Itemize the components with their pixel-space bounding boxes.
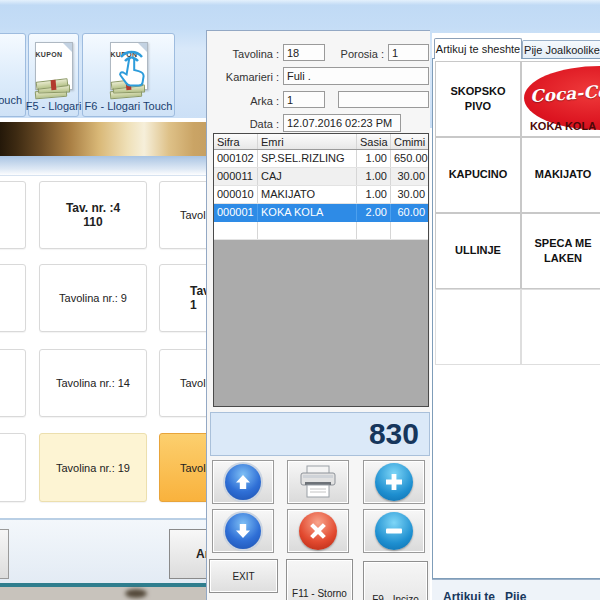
table-button-label: Tavol bbox=[180, 209, 206, 221]
kamarieri-field[interactable]: Fuli . bbox=[283, 67, 429, 85]
desktop-strip bbox=[0, 587, 206, 600]
table-button-amount: 110 bbox=[83, 215, 102, 229]
column-header-cmimi[interactable]: Cmimi bbox=[391, 134, 428, 149]
table-button-occupied[interactable]: Tavoli bbox=[159, 433, 206, 502]
window-gradient-strip bbox=[0, 156, 206, 176]
print-button[interactable] bbox=[287, 460, 349, 504]
bottom-category-label-pije[interactable]: Pije bbox=[505, 590, 526, 600]
kamarieri-label: Kamarieri : bbox=[207, 71, 279, 83]
table-button-partial[interactable] bbox=[0, 433, 26, 502]
table-button-label: Tav. bbox=[190, 284, 206, 298]
f6-llogari-touch-button[interactable]: KUPON F6 - Llogari Touch bbox=[82, 33, 175, 117]
column-header-sasia[interactable]: Sasia bbox=[357, 134, 391, 149]
table-button-partial[interactable] bbox=[0, 181, 26, 249]
order-panel: Tavolina : 18 Porosia : 1 Kamarieri : Fu… bbox=[206, 30, 430, 600]
order-total: 830 bbox=[210, 412, 430, 456]
plus-icon bbox=[375, 463, 413, 501]
order-table-row[interactable]: 000102 SP.SEL.RIZLING 1.00 650.00 bbox=[214, 150, 428, 168]
tavolina-field[interactable]: 18 bbox=[283, 44, 325, 61]
arka-label: Arka : bbox=[207, 95, 279, 107]
order-items-table: Sifra Emri Sasia Cmimi 000102 SP.SEL.RIZ… bbox=[213, 133, 429, 407]
table-button-tav-19[interactable]: Tavolina nr.: 19 bbox=[39, 433, 147, 502]
product-button-makijato[interactable]: MAKIJATO bbox=[521, 137, 600, 213]
table-button-clipped[interactable]: Tavol bbox=[159, 181, 206, 249]
table-button-partial[interactable] bbox=[0, 349, 26, 417]
f5-llogari-button[interactable]: KUPON F5 - Llogari bbox=[28, 33, 79, 117]
left-bottom-toolbar: An bbox=[0, 518, 206, 583]
cell-cmimi: 650.00 bbox=[391, 150, 428, 167]
cell-cmimi: 30.00 bbox=[391, 168, 428, 185]
catalog-panel: Artikuj te sheshte Pije Joalkoolike SKOP… bbox=[432, 33, 600, 600]
kupon-invoice-touch-icon: KUPON bbox=[110, 42, 148, 98]
cell-cmimi: 60.00 bbox=[391, 204, 428, 221]
minus-icon bbox=[375, 512, 413, 550]
arrow-up-icon bbox=[225, 464, 261, 500]
table-button-amount: 1 bbox=[190, 298, 197, 312]
product-button-empty bbox=[521, 289, 600, 365]
touch-hand-icon bbox=[114, 48, 148, 88]
move-up-button[interactable] bbox=[212, 460, 274, 504]
arrow-down-icon bbox=[225, 513, 261, 549]
table-button-clipped[interactable]: Tav. 1 bbox=[159, 264, 206, 332]
porosia-label: Porosia : bbox=[327, 48, 384, 60]
toolbar-button-label: Touch bbox=[0, 93, 22, 110]
product-button-empty bbox=[435, 289, 521, 365]
add-item-button[interactable] bbox=[363, 460, 425, 504]
table-button-tav-4[interactable]: Tav. nr. :4 110 bbox=[39, 181, 147, 249]
column-header-emri[interactable]: Emri bbox=[258, 134, 357, 149]
header-photo-band bbox=[0, 122, 206, 156]
table-button-tav-9[interactable]: Tavolina nr.: 9 bbox=[39, 264, 147, 332]
f9-incizo-button[interactable]: F9 - Incizo bbox=[363, 561, 428, 600]
data-field[interactable]: 12.07.2016 02:23 PM bbox=[283, 114, 401, 132]
printer-icon bbox=[297, 464, 339, 500]
table-button-clipped[interactable]: Tavoli bbox=[159, 349, 206, 417]
cell-emri: SP.SEL.RIZLING bbox=[258, 150, 357, 167]
column-header-sifra[interactable]: Sifra bbox=[214, 134, 258, 149]
bottom-action-button[interactable]: An bbox=[169, 529, 206, 579]
product-grid: SKOPSKO PIVO Coca-Cola KOKA KOLA KAPUCIN… bbox=[432, 58, 600, 579]
arka-field[interactable]: 1 bbox=[283, 91, 325, 108]
f5-llogari-label: F5 - Llogari bbox=[26, 99, 82, 116]
tables-window: Tav. nr. :4 110 Tavol Tavolina nr.: 9 Ta… bbox=[0, 118, 206, 600]
table-button-label: Tavolina nr.: 19 bbox=[56, 462, 130, 474]
f6-llogari-touch-label: F6 - Llogari Touch bbox=[85, 99, 173, 116]
table-button-label: Tavolina nr.: 14 bbox=[56, 377, 130, 389]
order-table-empty-row bbox=[214, 222, 428, 240]
order-table-row[interactable]: 000001 KOKA KOLA 2.00 60.00 bbox=[214, 204, 428, 222]
f11-storno-button[interactable]: F11 - Storno bbox=[286, 559, 353, 600]
move-down-button[interactable] bbox=[212, 509, 274, 553]
kupon-invoice-money-icon: KUPON bbox=[35, 42, 73, 98]
tavolina-label: Tavolina : bbox=[207, 48, 279, 60]
bottom-partial-button[interactable] bbox=[0, 529, 9, 579]
product-button-koka-kola[interactable]: Coca-Cola KOKA KOLA bbox=[521, 61, 600, 137]
order-total-value: 830 bbox=[369, 417, 419, 451]
cell-sifra: 000001 bbox=[214, 204, 258, 221]
exit-button[interactable]: EXIT bbox=[209, 559, 278, 593]
exit-label: EXIT bbox=[232, 571, 254, 582]
order-table-row[interactable]: 000011 CAJ 1.00 30.00 bbox=[214, 168, 428, 186]
catalog-bottom-strip: Artikuj te Pije bbox=[432, 579, 600, 600]
cell-emri: MAKIJATO bbox=[258, 186, 357, 203]
order-table-row[interactable]: 000010 MAKIJATO 1.00 30.00 bbox=[214, 186, 428, 204]
delete-item-button[interactable] bbox=[287, 509, 349, 553]
product-button-kapucino[interactable]: KAPUCINO bbox=[435, 137, 521, 213]
product-button-skopsko-pivo[interactable]: SKOPSKO PIVO bbox=[435, 61, 521, 137]
cell-sifra: 000102 bbox=[214, 150, 258, 167]
bottom-category-label-artikuj[interactable]: Artikuj te bbox=[443, 590, 495, 600]
remove-quantity-button[interactable] bbox=[363, 509, 425, 553]
product-label: KOKA KOLA bbox=[522, 119, 600, 134]
tab-artikuj-te-sheshte[interactable]: Artikuj te sheshte bbox=[434, 38, 522, 59]
table-button-tav-14[interactable]: Tavolina nr.: 14 bbox=[39, 349, 147, 417]
cell-sasia: 1.00 bbox=[357, 168, 391, 185]
product-label: SPECA ME LAKEN bbox=[525, 236, 600, 267]
table-button-partial[interactable] bbox=[0, 264, 26, 332]
toolbar-button-partial-touch[interactable]: Touch bbox=[0, 33, 26, 117]
arka-secondary-field[interactable] bbox=[338, 91, 429, 108]
porosia-field[interactable]: 1 bbox=[388, 44, 429, 61]
cell-cmimi: 30.00 bbox=[391, 186, 428, 203]
tab-pije-joalkoolike[interactable]: Pije Joalkoolike bbox=[522, 40, 600, 59]
product-button-speca-me-laken[interactable]: SPECA ME LAKEN bbox=[521, 213, 600, 289]
f9-incizo-label: F9 - Incizo bbox=[372, 594, 419, 600]
product-button-ullinje[interactable]: ULLINJE bbox=[435, 213, 521, 289]
bottom-action-label: An bbox=[196, 547, 206, 561]
